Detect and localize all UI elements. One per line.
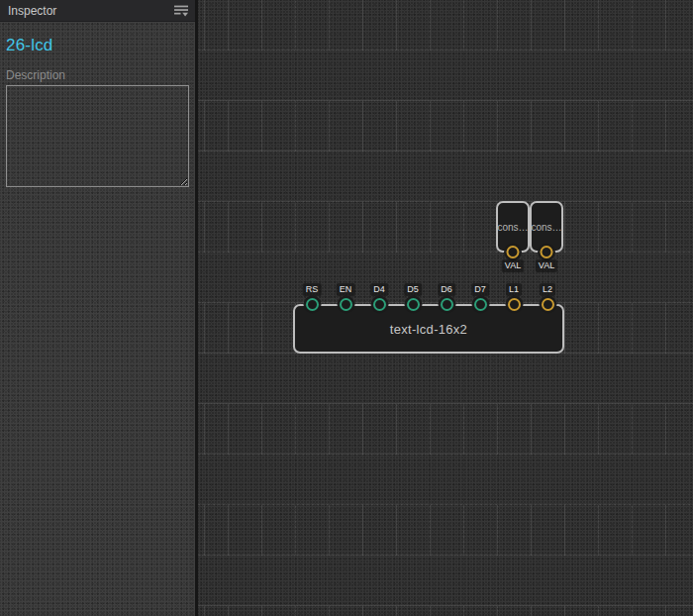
port-lcd-d4-label: D4	[370, 283, 388, 296]
node-lcd-label: text-lcd-16x2	[390, 322, 467, 337]
inspector-body: 26-lcd Description	[0, 36, 195, 191]
filter-menu-icon	[173, 3, 189, 19]
node-const-1[interactable]: cons… VAL	[496, 201, 530, 253]
port-lcd-d6-label: D6	[438, 283, 455, 296]
port-lcd-d7-label: D7	[471, 283, 489, 296]
port-lcd-d5[interactable]	[407, 298, 420, 311]
port-lcd-rs[interactable]	[306, 298, 319, 311]
port-lcd-d4[interactable]	[373, 298, 386, 311]
node-text-lcd-16x2[interactable]: text-lcd-16x2 RS EN D4 D5 D6 D7 L1 L2	[293, 304, 564, 354]
port-lcd-l1[interactable]	[508, 298, 521, 311]
app-window: Inspector 26-lcd Description cons… VAL	[0, 0, 693, 616]
selected-part-name[interactable]: 26-lcd	[6, 36, 189, 55]
port-lcd-rs-label: RS	[303, 283, 322, 296]
port-lcd-l2-label: L2	[540, 283, 555, 296]
inspector-panel: Inspector 26-lcd Description	[0, 0, 198, 616]
port-lcd-en[interactable]	[340, 298, 352, 311]
node-const-2[interactable]: cons… VAL	[530, 201, 563, 253]
diagram-canvas[interactable]: cons… VAL cons… VAL text-lcd-16x2 RS EN …	[198, 0, 693, 616]
description-textarea[interactable]	[6, 85, 189, 187]
port-const-1-val-label: VAL	[502, 259, 524, 272]
port-const-2-val[interactable]	[541, 246, 553, 258]
port-lcd-l2[interactable]	[542, 298, 554, 311]
port-lcd-en-label: EN	[337, 283, 355, 296]
port-lcd-d6[interactable]	[441, 298, 453, 311]
port-const-1-val[interactable]	[507, 246, 520, 258]
port-lcd-d7[interactable]	[474, 298, 487, 311]
description-label: Description	[6, 68, 189, 82]
port-lcd-l1-label: L1	[506, 283, 522, 296]
port-const-2-val-label: VAL	[536, 259, 557, 272]
inspector-header: Inspector	[0, 0, 195, 22]
node-const-2-label: cons…	[531, 222, 561, 233]
port-lcd-d5-label: D5	[404, 283, 422, 296]
inspector-menu-button[interactable]	[172, 2, 190, 20]
node-const-1-label: cons…	[497, 222, 528, 233]
inspector-title: Inspector	[8, 4, 56, 18]
